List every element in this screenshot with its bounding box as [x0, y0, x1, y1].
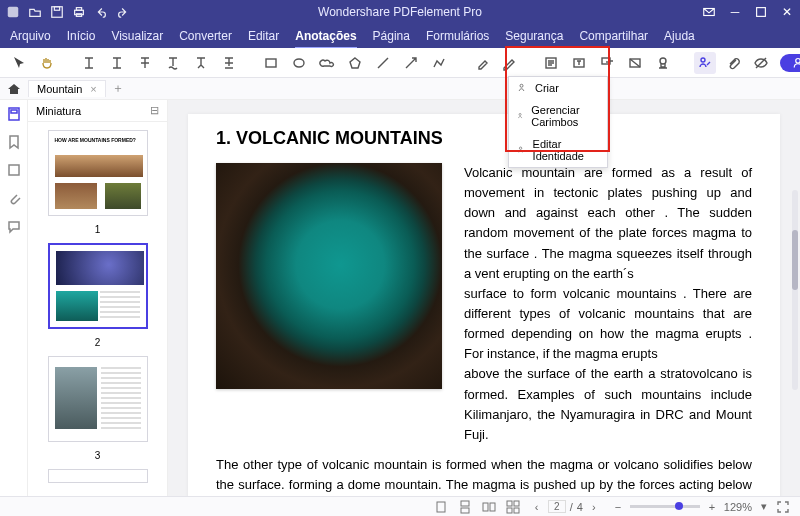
app-title: Wondershare PDFelement Pro [318, 5, 482, 19]
open-icon[interactable] [28, 5, 42, 19]
svg-rect-22 [9, 165, 19, 175]
highlight-icon[interactable] [78, 52, 100, 74]
stamp-icon[interactable] [652, 52, 674, 74]
menu-pagina[interactable]: Página [373, 26, 410, 46]
eraser-icon[interactable] [470, 52, 492, 74]
view-single-icon[interactable] [434, 500, 448, 514]
view-facing-icon[interactable] [482, 500, 496, 514]
menu-formularios[interactable]: Formulários [426, 26, 489, 46]
text-callout-icon[interactable] [596, 52, 618, 74]
menu-ajuda[interactable]: Ajuda [664, 26, 695, 46]
menu-inicio[interactable]: Início [67, 26, 96, 46]
next-page-icon[interactable]: › [587, 500, 601, 514]
squiggly-icon[interactable] [162, 52, 184, 74]
pencil-icon[interactable] [498, 52, 520, 74]
tab-close-icon[interactable]: × [90, 83, 96, 95]
new-tab-button[interactable]: ＋ [112, 80, 124, 97]
area-highlight-icon[interactable] [624, 52, 646, 74]
home-tab-icon[interactable] [6, 81, 22, 97]
polygon-icon[interactable] [344, 52, 366, 74]
thumbnail-page-4[interactable] [48, 469, 148, 483]
thumbnail-label-3: 3 [95, 450, 101, 461]
dropdown-create[interactable]: Criar [509, 77, 607, 99]
svg-rect-2 [54, 7, 59, 11]
svg-rect-7 [757, 8, 766, 17]
print-icon[interactable] [72, 5, 86, 19]
app-logo-icon [6, 5, 20, 19]
menu-anotacoes[interactable]: Anotações [295, 26, 356, 46]
hand-tool-icon[interactable] [36, 52, 58, 74]
fullscreen-icon[interactable] [776, 500, 790, 514]
statusbar: ‹ 2 / 4 › − + 129% ▾ [0, 496, 800, 516]
document-tab-label: Mountain [37, 83, 82, 95]
redo-icon[interactable] [116, 5, 130, 19]
annotation-toolbar: Shelley Criar Gerenciar Carimbos Editar … [0, 48, 800, 78]
text-box-icon[interactable] [568, 52, 590, 74]
bookmark-rail-icon[interactable] [6, 134, 22, 150]
document-tabbar: Mountain × ＋ [0, 78, 800, 100]
zoom-out-icon[interactable]: − [611, 500, 625, 514]
page-heading: 1. VOLCANIC MOUNTAINS [216, 128, 752, 149]
dropdown-edit-identity[interactable]: Editar Identidade [509, 133, 607, 167]
menu-compartilhar[interactable]: Compartilhar [579, 26, 648, 46]
page-sep: / [570, 501, 573, 513]
zoom-slider[interactable] [630, 505, 700, 508]
rectangle-icon[interactable] [260, 52, 282, 74]
connected-lines-icon[interactable] [428, 52, 450, 74]
mail-icon[interactable] [702, 5, 716, 19]
document-viewport[interactable]: 1. VOLCANIC MOUNTAINS Volcanic mountain … [168, 100, 800, 496]
hide-annotations-icon[interactable] [750, 52, 772, 74]
undo-icon[interactable] [94, 5, 108, 19]
view-facing-continuous-icon[interactable] [506, 500, 520, 514]
menu-visualizar[interactable]: Visualizar [111, 26, 163, 46]
zoom-dropdown-icon[interactable]: ▾ [757, 500, 771, 514]
current-page-input[interactable]: 2 [548, 500, 566, 513]
user-pill[interactable]: Shelley [780, 54, 800, 72]
menu-seguranca[interactable]: Segurança [505, 26, 563, 46]
menubar: Arquivo Início Visualizar Converter Edit… [0, 24, 800, 48]
caret-icon[interactable] [190, 52, 212, 74]
svg-rect-23 [437, 502, 445, 512]
svg-rect-21 [11, 110, 17, 113]
line-icon[interactable] [372, 52, 394, 74]
svg-rect-4 [76, 8, 81, 11]
left-rail [0, 100, 28, 496]
svg-rect-31 [514, 508, 519, 513]
signature-icon[interactable] [694, 52, 716, 74]
thumbnail-page-3[interactable] [48, 356, 148, 442]
prev-page-icon[interactable]: ‹ [530, 500, 544, 514]
view-continuous-icon[interactable] [458, 500, 472, 514]
maximize-button[interactable] [754, 5, 768, 19]
document-tab[interactable]: Mountain × [28, 80, 106, 97]
save-icon[interactable] [50, 5, 64, 19]
comment-rail-icon[interactable] [6, 218, 22, 234]
menu-editar[interactable]: Editar [248, 26, 279, 46]
dropdown-manage-stamps[interactable]: Gerenciar Carimbos [509, 99, 607, 133]
attachment-icon[interactable] [722, 52, 744, 74]
arrow-icon[interactable] [400, 52, 422, 74]
select-tool-icon[interactable] [8, 52, 30, 74]
vertical-scrollbar[interactable] [792, 190, 798, 390]
minimize-button[interactable]: ─ [728, 5, 742, 19]
thumbnails-rail-icon[interactable] [6, 106, 22, 122]
strikethrough-icon[interactable] [134, 52, 156, 74]
thumbnail-panel-menu-icon[interactable]: ⊟ [150, 104, 159, 117]
page-navigator: ‹ 2 / 4 › [530, 500, 601, 514]
main-area: Miniatura ⊟ HOW ARE MOUNTAINS FORMED? 1 … [0, 100, 800, 496]
note-icon[interactable] [540, 52, 562, 74]
thumbnail-page-2[interactable] [48, 243, 148, 329]
menu-arquivo[interactable]: Arquivo [10, 26, 51, 46]
replace-text-icon[interactable] [218, 52, 240, 74]
cloud-icon[interactable] [316, 52, 338, 74]
svg-point-16 [796, 58, 800, 63]
underline-icon[interactable] [106, 52, 128, 74]
zoom-in-icon[interactable]: + [705, 500, 719, 514]
close-button[interactable]: ✕ [780, 5, 794, 19]
oval-icon[interactable] [288, 52, 310, 74]
search-rail-icon[interactable] [6, 162, 22, 178]
attachment-rail-icon[interactable] [6, 190, 22, 206]
thumbnail-label-1: 1 [95, 224, 101, 235]
menu-converter[interactable]: Converter [179, 26, 232, 46]
svg-point-9 [294, 59, 304, 67]
thumbnail-page-1[interactable]: HOW ARE MOUNTAINS FORMED? [48, 130, 148, 216]
